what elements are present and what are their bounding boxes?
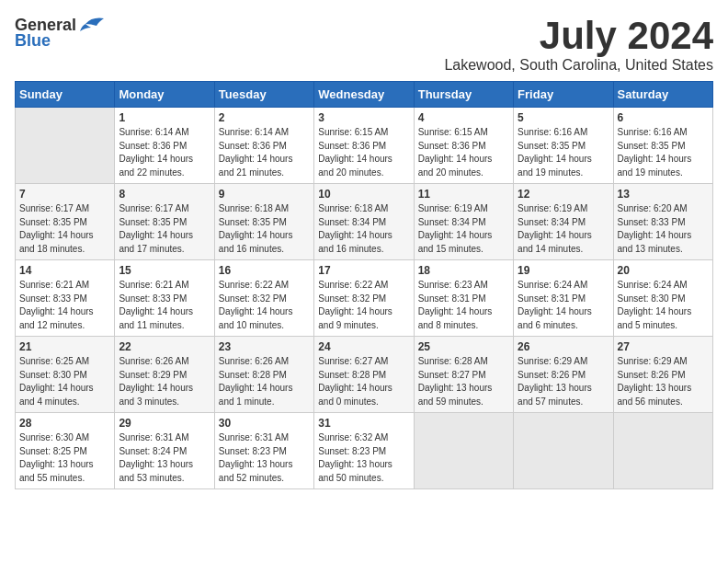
calendar-cell: 31Sunrise: 6:32 AMSunset: 8:23 PMDayligh… [314, 413, 414, 489]
calendar-cell [514, 413, 613, 489]
calendar-cell: 6Sunrise: 6:16 AMSunset: 8:35 PMDaylight… [613, 108, 712, 184]
calendar-header-row: SundayMondayTuesdayWednesdayThursdayFrid… [16, 82, 713, 108]
day-number: 12 [518, 188, 609, 201]
day-number: 27 [618, 340, 709, 353]
day-info: Sunrise: 6:20 AMSunset: 8:33 PMDaylight:… [618, 202, 709, 256]
calendar-cell: 3Sunrise: 6:15 AMSunset: 8:36 PMDaylight… [314, 108, 414, 184]
logo: General Blue [15, 15, 106, 51]
day-info: Sunrise: 6:17 AMSunset: 8:35 PMDaylight:… [19, 202, 110, 256]
calendar-week-row: 14Sunrise: 6:21 AMSunset: 8:33 PMDayligh… [16, 260, 713, 337]
day-info: Sunrise: 6:15 AMSunset: 8:36 PMDaylight:… [418, 126, 509, 179]
day-info: Sunrise: 6:31 AMSunset: 8:23 PMDaylight:… [219, 431, 310, 485]
day-number: 30 [219, 417, 310, 430]
calendar-cell: 11Sunrise: 6:19 AMSunset: 8:34 PMDayligh… [414, 184, 513, 260]
day-number: 2 [219, 111, 310, 124]
day-info: Sunrise: 6:19 AMSunset: 8:34 PMDaylight:… [518, 202, 609, 256]
calendar-week-row: 21Sunrise: 6:25 AMSunset: 8:30 PMDayligh… [16, 337, 713, 413]
calendar-cell: 9Sunrise: 6:18 AMSunset: 8:35 PMDaylight… [214, 184, 313, 260]
day-number: 29 [119, 417, 210, 430]
day-number: 22 [119, 340, 210, 353]
calendar-week-row: 7Sunrise: 6:17 AMSunset: 8:35 PMDaylight… [16, 184, 713, 260]
day-number: 10 [318, 188, 409, 201]
calendar-cell: 27Sunrise: 6:29 AMSunset: 8:26 PMDayligh… [613, 337, 712, 413]
calendar-cell [613, 413, 712, 489]
title-area: July 2024 Lakewood, South Carolina, Unit… [444, 15, 713, 74]
day-info: Sunrise: 6:29 AMSunset: 8:26 PMDaylight:… [518, 355, 609, 408]
header-monday: Monday [115, 82, 214, 108]
day-info: Sunrise: 6:29 AMSunset: 8:26 PMDaylight:… [618, 355, 709, 408]
day-number: 6 [618, 111, 709, 124]
calendar-cell: 24Sunrise: 6:27 AMSunset: 8:28 PMDayligh… [314, 337, 414, 413]
day-number: 28 [19, 417, 110, 430]
header-wednesday: Wednesday [314, 82, 414, 108]
calendar-cell: 1Sunrise: 6:14 AMSunset: 8:36 PMDaylight… [115, 108, 214, 184]
day-info: Sunrise: 6:14 AMSunset: 8:36 PMDaylight:… [119, 126, 210, 179]
day-info: Sunrise: 6:17 AMSunset: 8:35 PMDaylight:… [119, 202, 210, 256]
day-info: Sunrise: 6:18 AMSunset: 8:35 PMDaylight:… [219, 202, 310, 256]
day-number: 13 [618, 188, 709, 201]
day-number: 15 [119, 264, 210, 277]
day-number: 11 [418, 188, 509, 201]
day-number: 8 [119, 188, 210, 201]
day-number: 25 [418, 340, 509, 353]
day-number: 3 [318, 111, 409, 124]
day-number: 23 [219, 340, 310, 353]
day-info: Sunrise: 6:28 AMSunset: 8:27 PMDaylight:… [418, 355, 509, 408]
day-number: 5 [518, 111, 609, 124]
day-info: Sunrise: 6:16 AMSunset: 8:35 PMDaylight:… [618, 126, 709, 179]
day-info: Sunrise: 6:23 AMSunset: 8:31 PMDaylight:… [418, 279, 509, 332]
day-number: 4 [418, 111, 509, 124]
day-number: 7 [19, 188, 110, 201]
calendar-cell: 25Sunrise: 6:28 AMSunset: 8:27 PMDayligh… [414, 337, 513, 413]
day-number: 14 [19, 264, 110, 277]
calendar-cell: 12Sunrise: 6:19 AMSunset: 8:34 PMDayligh… [514, 184, 613, 260]
calendar-cell [414, 413, 513, 489]
calendar-cell: 18Sunrise: 6:23 AMSunset: 8:31 PMDayligh… [414, 260, 513, 337]
calendar-cell: 14Sunrise: 6:21 AMSunset: 8:33 PMDayligh… [16, 260, 115, 337]
calendar-cell: 10Sunrise: 6:18 AMSunset: 8:34 PMDayligh… [314, 184, 414, 260]
calendar-cell [16, 108, 115, 184]
calendar-cell: 15Sunrise: 6:21 AMSunset: 8:33 PMDayligh… [115, 260, 214, 337]
day-info: Sunrise: 6:21 AMSunset: 8:33 PMDaylight:… [19, 279, 110, 332]
calendar-cell: 29Sunrise: 6:31 AMSunset: 8:24 PMDayligh… [115, 413, 214, 489]
calendar-cell: 16Sunrise: 6:22 AMSunset: 8:32 PMDayligh… [214, 260, 313, 337]
day-info: Sunrise: 6:24 AMSunset: 8:30 PMDaylight:… [618, 279, 709, 332]
day-info: Sunrise: 6:25 AMSunset: 8:30 PMDaylight:… [19, 355, 110, 408]
header: General Blue July 2024 Lakewood, South C… [15, 15, 713, 74]
day-number: 18 [418, 264, 509, 277]
calendar-cell: 21Sunrise: 6:25 AMSunset: 8:30 PMDayligh… [16, 337, 115, 413]
calendar-cell: 30Sunrise: 6:31 AMSunset: 8:23 PMDayligh… [214, 413, 313, 489]
calendar-cell: 22Sunrise: 6:26 AMSunset: 8:29 PMDayligh… [115, 337, 214, 413]
calendar-cell: 23Sunrise: 6:26 AMSunset: 8:28 PMDayligh… [214, 337, 313, 413]
day-number: 19 [518, 264, 609, 277]
logo-blue-text: Blue [15, 31, 51, 51]
calendar-table: SundayMondayTuesdayWednesdayThursdayFrid… [15, 81, 713, 489]
day-info: Sunrise: 6:30 AMSunset: 8:25 PMDaylight:… [19, 431, 110, 485]
day-info: Sunrise: 6:21 AMSunset: 8:33 PMDaylight:… [119, 279, 210, 332]
day-info: Sunrise: 6:22 AMSunset: 8:32 PMDaylight:… [318, 279, 409, 332]
day-info: Sunrise: 6:31 AMSunset: 8:24 PMDaylight:… [119, 431, 210, 485]
day-info: Sunrise: 6:18 AMSunset: 8:34 PMDaylight:… [318, 202, 409, 256]
day-info: Sunrise: 6:22 AMSunset: 8:32 PMDaylight:… [219, 279, 310, 332]
day-info: Sunrise: 6:32 AMSunset: 8:23 PMDaylight:… [318, 431, 409, 485]
day-number: 31 [318, 417, 409, 430]
calendar-cell: 19Sunrise: 6:24 AMSunset: 8:31 PMDayligh… [514, 260, 613, 337]
day-number: 17 [318, 264, 409, 277]
calendar-week-row: 1Sunrise: 6:14 AMSunset: 8:36 PMDaylight… [16, 108, 713, 184]
day-info: Sunrise: 6:26 AMSunset: 8:29 PMDaylight:… [119, 355, 210, 408]
header-sunday: Sunday [16, 82, 115, 108]
header-saturday: Saturday [613, 82, 712, 108]
day-number: 9 [219, 188, 310, 201]
day-info: Sunrise: 6:16 AMSunset: 8:35 PMDaylight:… [518, 126, 609, 179]
calendar-cell: 20Sunrise: 6:24 AMSunset: 8:30 PMDayligh… [613, 260, 712, 337]
calendar-cell: 28Sunrise: 6:30 AMSunset: 8:25 PMDayligh… [16, 413, 115, 489]
header-tuesday: Tuesday [214, 82, 313, 108]
calendar-cell: 2Sunrise: 6:14 AMSunset: 8:36 PMDaylight… [214, 108, 313, 184]
day-number: 20 [618, 264, 709, 277]
calendar-cell: 4Sunrise: 6:15 AMSunset: 8:36 PMDaylight… [414, 108, 513, 184]
day-info: Sunrise: 6:27 AMSunset: 8:28 PMDaylight:… [318, 355, 409, 408]
day-number: 16 [219, 264, 310, 277]
calendar-week-row: 28Sunrise: 6:30 AMSunset: 8:25 PMDayligh… [16, 413, 713, 489]
day-info: Sunrise: 6:24 AMSunset: 8:31 PMDaylight:… [518, 279, 609, 332]
day-info: Sunrise: 6:14 AMSunset: 8:36 PMDaylight:… [219, 126, 310, 179]
